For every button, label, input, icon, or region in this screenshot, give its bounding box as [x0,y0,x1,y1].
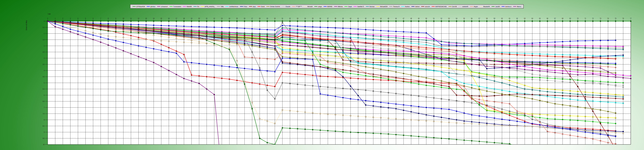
x-tick-label: 52 [440,18,442,19]
data-marker [592,65,594,66]
data-marker [282,44,283,45]
data-marker [198,26,200,27]
data-marker [471,51,472,52]
data-marker [622,46,624,47]
data-marker [282,47,283,48]
data-marker [282,31,283,32]
data-marker [410,105,412,106]
legend-swatch-icon [389,6,392,7]
data-marker [547,125,548,127]
legend-item: Argyle [470,5,478,8]
data-marker [236,35,238,36]
data-marker [388,55,389,56]
data-marker [577,82,578,83]
x-tick-label: 29 [266,18,268,19]
data-marker [570,68,571,70]
data-marker [221,32,222,34]
data-marker [554,95,556,96]
data-marker [123,28,124,29]
data-marker [380,91,382,92]
data-marker [335,70,336,71]
y-tick-label: 4 [44,70,44,71]
data-marker [380,48,382,49]
data-marker [502,112,502,113]
legend-item: Jack83 [492,5,500,8]
data-marker [373,50,374,51]
data-marker [448,118,450,119]
data-marker [304,50,306,51]
data-marker [358,20,359,22]
data-marker [365,61,366,62]
data-marker [221,20,222,22]
data-marker [297,32,298,33]
data-marker [410,111,412,112]
data-marker [403,81,404,82]
data-marker [464,60,465,61]
data-marker [214,39,215,41]
data-marker [191,62,192,63]
data-marker [304,64,306,65]
data-marker [547,71,548,72]
x-tick-label: 4 [78,18,78,19]
legend-swatch-icon [366,6,369,7]
data-marker [358,78,359,79]
data-marker [486,96,488,97]
legend-item: Norman [366,5,374,8]
data-marker [426,81,427,82]
data-marker [335,49,336,50]
data-marker [577,69,578,71]
data-marker [62,26,63,27]
x-tick-label: 6 [93,18,94,19]
data-marker [516,64,518,65]
legend-item: MichaW [304,5,312,8]
data-marker [274,35,275,37]
data-marker [388,107,389,108]
data-marker [426,32,427,34]
x-tick-label: 1 [55,18,56,19]
data-marker [115,30,116,31]
data-marker [184,78,184,79]
data-marker [562,78,563,80]
data-marker [622,77,624,78]
data-marker [585,96,586,97]
data-marker [585,45,586,46]
data-marker [396,46,396,47]
data-marker [365,58,366,59]
data-marker [236,80,238,81]
data-marker [335,96,336,97]
data-marker [570,57,571,58]
legend-label: [dTR]_sHaGGy_ [205,6,215,7]
data-marker [191,42,192,43]
data-marker [365,49,366,51]
x-tick-label: 19 [191,18,192,19]
data-marker [198,35,200,37]
data-marker [396,45,396,46]
data-marker [585,80,586,81]
data-marker [342,37,344,38]
data-marker [532,77,533,78]
data-marker [562,63,563,64]
data-marker [342,64,344,66]
data-marker [592,73,594,74]
data-marker [350,20,351,22]
data-marker [532,43,533,44]
data-marker [342,49,344,51]
data-marker [464,74,465,75]
data-marker [494,110,495,111]
data-marker [516,68,518,69]
data-marker [410,43,412,44]
data-marker [562,128,563,129]
data-marker [456,100,457,101]
data-marker [320,51,321,52]
legend-item: Bordi [258,5,265,8]
data-marker [85,20,86,22]
data-marker [509,61,510,62]
data-marker [622,82,624,83]
data-marker [335,114,336,115]
data-marker [290,62,290,64]
data-marker [78,26,78,27]
data-marker [600,97,601,98]
data-marker [214,20,215,22]
data-marker [615,102,616,103]
data-marker [622,56,624,57]
